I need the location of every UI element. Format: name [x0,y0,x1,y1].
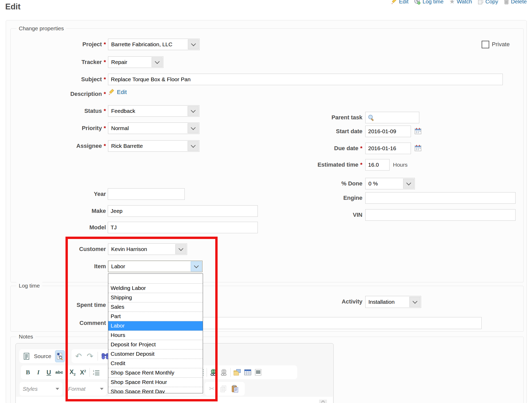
preview-button[interactable] [55,350,65,362]
subscript-button[interactable]: X2 [69,367,76,378]
watch-action-link[interactable]: ★ Watch [449,0,472,5]
model-input[interactable] [108,222,258,233]
numbered-list-button[interactable]: 12 [92,367,100,378]
editor-content-area[interactable] [16,397,333,403]
parent-task-input-wrap [365,112,419,123]
dropdown-option[interactable]: Shipping [108,293,203,302]
make-input[interactable] [108,205,258,217]
search-icon [367,114,375,121]
edit-action-link[interactable]: Edit [391,0,408,5]
private-checkbox[interactable] [482,41,489,48]
log-time-action-link[interactable]: Log time [414,0,444,5]
subject-input[interactable] [108,74,503,85]
strikethrough-button[interactable]: abc [55,367,63,378]
copy-button[interactable] [219,384,227,394]
vin-input[interactable] [365,209,516,221]
scrollbar-up-button[interactable] [319,400,327,403]
activity-select[interactable]: Installation [365,296,421,308]
svg-text:1: 1 [93,370,94,372]
insert-image-button[interactable] [233,367,241,378]
toolbar-group-formatsel[interactable]: Format [65,382,107,396]
item-dropdown[interactable]: Welding LaborShippingSalesPartLaborHours… [108,273,203,393]
vin-label: VIN [267,211,362,219]
link-icon [210,369,217,376]
tracker-select[interactable]: Repair [108,56,163,68]
estimated-time-label: Estimated time* [267,161,362,169]
page-title: Edit [5,2,21,11]
link-button[interactable] [210,367,217,378]
superscript-button[interactable]: X2 [79,367,87,378]
italic-icon: I [37,369,39,376]
undo-button[interactable]: ↶ [75,351,82,361]
private-label: Private [492,41,510,48]
engine-input[interactable] [365,192,516,204]
dropdown-option[interactable]: Welding Labor [108,284,203,293]
superscript-icon: X2 [80,369,86,376]
text-block-button[interactable] [254,367,262,378]
table-icon [244,369,251,376]
description-edit-link[interactable]: Edit [108,88,127,97]
estimated-time-input[interactable] [365,159,390,171]
year-input[interactable] [108,188,185,200]
delete-action-link[interactable]: Delete [504,0,527,5]
assignee-select-value: Rick Barrette [111,143,143,149]
toolbar-separator [207,368,207,377]
dropdown-option[interactable]: Labor [108,321,203,331]
caret-down-icon [56,388,59,390]
unlink-button[interactable] [220,367,228,378]
customer-select[interactable]: Kevin Harrison [108,243,187,255]
priority-select[interactable]: Normal [108,122,199,134]
dropdown-option[interactable]: Deposit for Project [108,340,203,349]
format-dropdown-label: Format [68,386,86,392]
assignee-select[interactable]: Rick Barrette [108,140,199,152]
dropdown-option[interactable]: Credit [108,359,203,368]
dropdown-option[interactable]: Shop Space Rent Day [108,387,203,393]
done-ratio-select-value: 0 % [368,180,378,187]
dropdown-option[interactable]: Hours [108,331,203,340]
styles-dropdown-label: Styles [23,386,38,392]
dropdown-option[interactable]: Customer Deposit [108,349,203,359]
project-select[interactable]: Barrette Fabrication, LLC [108,39,200,50]
insert-table-button[interactable] [244,367,252,378]
make-label: Make [22,207,106,215]
bold-button[interactable]: B [24,367,32,378]
source-button[interactable] [22,351,30,361]
chevron-down-icon [188,141,199,151]
parent-task-input[interactable] [376,113,418,122]
copy-icon [478,0,483,5]
cut-button[interactable]: ✂ [208,384,216,394]
toolbar-group-clipboard: ✂ [205,382,245,396]
dropdown-option[interactable] [108,274,203,284]
star-icon: ★ [449,0,455,5]
due-date-label: Due date* [267,144,362,152]
assignee-label: Assignee* [22,142,106,150]
italic-button[interactable]: I [34,367,42,378]
underline-button[interactable]: U [45,367,53,378]
pencil-icon [391,0,397,5]
source-icon [23,353,29,360]
item-select[interactable]: Labor [108,261,202,272]
svg-text:2: 2 [93,373,94,375]
spent-time-label: Spent time [22,301,106,309]
copy-pages-icon [220,386,226,392]
calendar-icon[interactable] [415,145,422,151]
copy-action-link[interactable]: Copy [478,0,498,5]
calendar-icon[interactable] [415,128,422,135]
due-date-input[interactable] [365,143,411,154]
dropdown-option[interactable]: Part [108,312,203,321]
dropdown-option[interactable]: Shop Space Rent Monthly [108,368,203,378]
chevron-down-icon [188,123,199,133]
start-date-input[interactable] [365,126,411,137]
strikethrough-icon: abc [55,370,63,375]
priority-label: Priority* [22,124,106,132]
done-ratio-select[interactable]: 0 % [365,178,415,189]
redo-button[interactable]: ↷ [86,351,94,361]
notes-legend: Notes [16,333,35,341]
dropdown-option[interactable]: Sales [108,302,203,312]
unlink-icon [220,369,228,376]
status-select[interactable]: Feedback [108,105,199,117]
dropdown-option[interactable]: Shop Space Rent Hour [108,378,203,387]
chevron-down-icon [403,179,414,189]
paste-button[interactable] [231,384,239,394]
toolbar-group-styles[interactable]: Styles [20,382,62,396]
